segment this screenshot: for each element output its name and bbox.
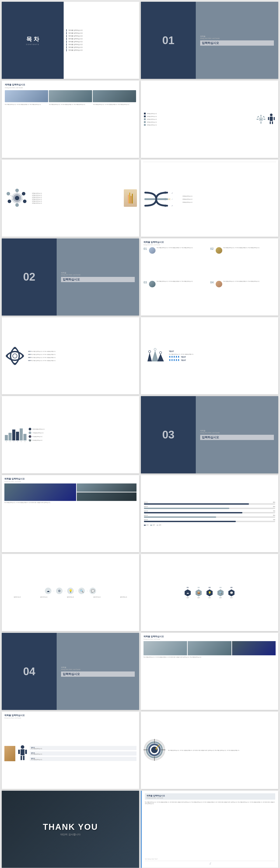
text-label-1: TEXT <box>169 350 276 352</box>
contact-item-2: ✉ 이메일을 입력하십시오 <box>29 432 136 434</box>
info-item-5: 제목을 입력하십시오 <box>144 124 253 126</box>
slide-bar-chart: 01 02 03 04 05 06 📞 전화번호를 입력하십시오 ✉ 이메일을 … <box>2 396 139 473</box>
section-01-title: 입력하십시오 <box>200 40 274 45</box>
cross-arrows-svg <box>4 345 26 367</box>
svg-text:📦: 📦 <box>197 591 200 594</box>
text-manna-watermark: TEXT MAnnA TEXT TEXT <box>145 858 275 860</box>
info-item-4: 제목을 입력하십시오 <box>144 121 253 123</box>
progress-item-3: 항목 03 75% <box>144 510 275 514</box>
slide-final-text: 제목을 입력하십시오 Drang eine Wort, und Sunde 텍스… <box>141 791 278 868</box>
mountain-svg-area <box>143 348 167 364</box>
svg-marker-32 <box>169 198 170 200</box>
toc-item-2: 목차를 입력하십시오 <box>66 32 136 34</box>
item-3: 항목 03 텍스트를 입력하십시오 <box>30 757 137 761</box>
info-text-3: 제목을 입력하십시오 <box>147 119 157 120</box>
photo-night <box>232 641 276 655</box>
slide-content-images: 제목을 입력하십시오 Drang eine Wort, und Sunde 텍스… <box>2 81 139 158</box>
process-icon-3: 💡 <box>67 587 74 595</box>
toc-item-4: 목차를 입력하십시오 <box>66 38 136 40</box>
svg-rect-4 <box>257 119 258 120</box>
section-04-number: 04 <box>23 666 35 677</box>
gear-illustration <box>255 113 275 125</box>
thankyou-title: THANK YOU <box>43 823 98 832</box>
badge-05: 05 💬 항목 <box>227 587 236 598</box>
slide-subheader-3: Drang eine Wort, und Sunde <box>5 87 136 88</box>
gear-svg-1 <box>255 114 267 125</box>
svg-point-19 <box>23 199 26 203</box>
svg-rect-76 <box>23 756 25 760</box>
process-arrows-row: ☁ → ⚙ → 💡 → 🔍 → 💬 <box>4 587 137 595</box>
cross-text-list: 제목1 텍스트를 입력하십시오. 여기에 내용을 입력합니다. 제목2 텍스트를… <box>28 351 137 361</box>
item-2: 항목 02 텍스트를 입력하십시오 <box>30 751 137 755</box>
section-02-label: 제목을 <box>61 272 135 274</box>
curved-arrows: ✓ ✓ ✓ 제목을 입력하십시오 제목을 입력하십시오 제목을 입력하십시오 <box>143 164 276 235</box>
toc-item-7: 목차를 입력하십시오 <box>66 46 136 49</box>
svg-point-22 <box>6 192 10 195</box>
final-body: 텍스트를 입력하십시오. 여기에 내용을 입력합니다. 본 자료에 대한 내용을… <box>145 801 275 857</box>
svg-marker-33 <box>168 198 169 200</box>
section-04-sublabel: Drang eine Wort, und Sunde <box>61 669 135 670</box>
svg-rect-3 <box>260 122 261 124</box>
person-diag-header: 제목을 입력하십시오 <box>4 714 137 717</box>
svg-marker-30 <box>165 198 167 200</box>
curved-arrows-svg: ✓ ✓ ✓ <box>143 188 183 210</box>
person-02: 02 텍스트를 입력하십시오. 여기에 내용을 입력합니다. 텍스트를 입력하십… <box>210 247 276 280</box>
person-03: 03 텍스트를 입력하십시오. 여기에 내용을 입력합니다. 텍스트를 입력하십… <box>143 281 209 313</box>
info-item-2: 제목을 입력하십시오 <box>144 116 253 117</box>
slide-photo-collage: 제목을 입력하십시오 Drang eine Wort, und Sunde 텍스… <box>141 633 278 710</box>
people-row-1: 👤👤👤👤👤 TEXT <box>169 356 276 358</box>
slide-arrow-diagram: ✓ ✓ ✓ 제목을 입력하십시오 제목을 입력하십시오 제목을 입력하십시오 <box>141 160 278 237</box>
svg-rect-12 <box>268 117 269 120</box>
team-subheader: Drang eine Wort, und Sunde <box>143 244 276 245</box>
svg-rect-74 <box>25 750 27 754</box>
svg-rect-7 <box>263 116 265 118</box>
process-icon-5: 💬 <box>89 587 97 595</box>
svg-text:💡: 💡 <box>208 591 211 594</box>
svg-rect-11 <box>272 121 273 124</box>
target-text: 텍스트를 입력하십시오. 여기에 내용을 입력합니다. 본 자료에 대한 내용을… <box>168 749 276 751</box>
person-cards-grid: 01 텍스트를 입력하십시오. 여기에 내용을 입력합니다. 텍스트를 입력하십… <box>143 247 276 313</box>
person-svg <box>268 113 275 125</box>
circle-label-3: 제목을 입력하십시오 <box>32 196 122 198</box>
photo-subheader: Drang eine Wort, und Sunde <box>4 481 137 482</box>
contact-item-3: 📍 주소를 입력하십시오 <box>29 435 136 438</box>
photo-collage-grid <box>4 484 137 501</box>
svg-point-49 <box>160 351 162 354</box>
pencils-area <box>124 189 137 207</box>
svg-text:⚙: ⚙ <box>58 589 61 593</box>
progress-item-5: 항목 05 70% <box>144 519 275 522</box>
info-text-2: 제목을 입력하십시오 <box>147 116 157 117</box>
info-item-3: 제목을 입력하십시오 <box>144 118 253 120</box>
process-labels: 항목 01 텍스트 항목 02 텍스트 항목 03 텍스트 항목 04 텍스트 … <box>4 596 137 598</box>
team-header: 제목을 입력하십시오 <box>143 241 276 244</box>
badge-svg-1: ☁ <box>185 589 191 596</box>
toc-item-8: 목차를 입력하십시오 <box>66 49 136 51</box>
svg-rect-13 <box>274 117 275 120</box>
slide-circle-diagram: 제목을 입력하십시오 제목을 입력하십시오 제목을 입력하십시오 제목을 입력하… <box>2 160 139 237</box>
svg-point-1 <box>260 118 262 120</box>
svg-point-17 <box>15 189 19 192</box>
svg-text:💡: 💡 <box>68 589 73 593</box>
svg-point-21 <box>8 199 11 203</box>
photo-main <box>4 484 76 501</box>
final-header-en: Drang eine Wort, und Sunde <box>146 797 274 799</box>
section-03-number: 03 <box>162 429 174 440</box>
info-item-1: 제목을 입력하십시오 <box>144 113 253 115</box>
contact-item-1: 📞 전화번호를 입력하십시오 <box>29 428 136 430</box>
progress-item-2: 항목 02 65% <box>144 506 275 509</box>
circle-label-5: 제목을 입력하십시오 <box>32 200 122 202</box>
svg-rect-73 <box>18 750 20 754</box>
badge-row: 01 ☁ 항목 02 📦 항목 03 💡 <box>183 587 236 598</box>
contact-item-4: 📠 팩스를 입력하십시오 <box>29 439 136 441</box>
toc-item-6: 목차를 입력하십시오 <box>66 43 136 45</box>
text-people-area: TEXT 텍스트를 입력하십시오. 여기에 내용을 입력합니다. 👤👤👤👤👤 T… <box>169 350 276 362</box>
three-photos <box>143 641 276 655</box>
badge-03: 03 💡 항목 <box>205 587 214 598</box>
image-1 <box>5 90 48 102</box>
section-01-sublabel: Drang eine Wort, und Sunde <box>200 37 274 39</box>
circle-label-6: 제목을 입력하십시오 <box>32 203 122 204</box>
collage-header: 제목을 입력하십시오 <box>143 635 276 638</box>
collage-text: 텍스트를 입력하십시오. 여기에 내용을 입력합니다. 본 자료에 대한 내용을… <box>143 657 276 658</box>
person-image <box>4 746 15 761</box>
svg-text:✓: ✓ <box>171 198 173 200</box>
